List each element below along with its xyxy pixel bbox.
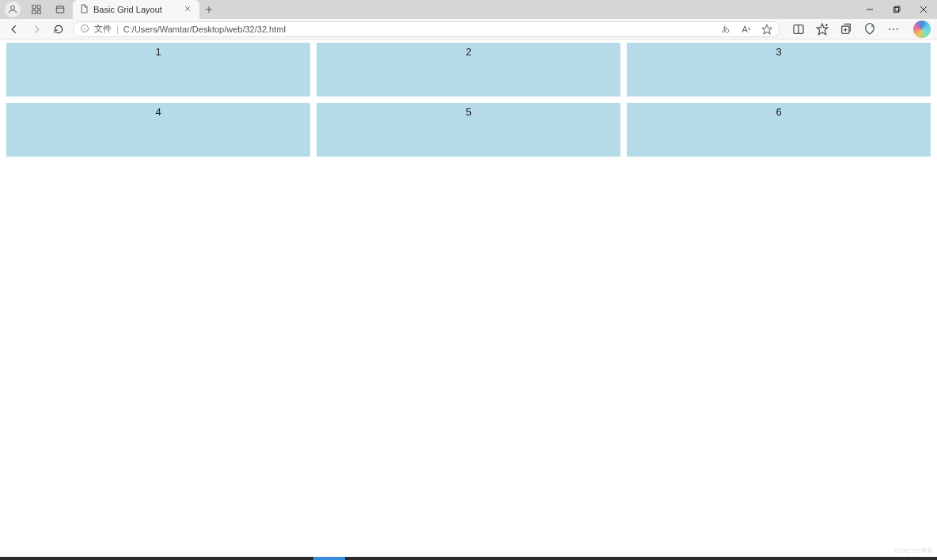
svg-rect-4	[37, 10, 40, 13]
grid-cell: 6	[627, 103, 931, 157]
read-aloud-icon[interactable]: あ	[719, 23, 732, 36]
svg-point-31	[897, 28, 898, 30]
grid-container: 1 2 3 4 5 6	[6, 43, 931, 157]
collections-icon[interactable]	[839, 22, 853, 36]
svg-marker-19	[762, 25, 772, 34]
close-window-button[interactable]	[910, 0, 937, 19]
grid-cell: 3	[627, 43, 931, 96]
favorite-star-icon[interactable]	[761, 23, 773, 36]
address-separator: |	[116, 25, 119, 34]
new-tab-button[interactable]	[199, 0, 218, 19]
address-right-controls: あ A»	[719, 23, 773, 36]
browser-essentials-icon[interactable]	[863, 22, 877, 36]
split-screen-icon[interactable]	[791, 22, 806, 36]
tab-actions-icon[interactable]	[52, 2, 68, 17]
text-size-icon[interactable]: A»	[740, 23, 753, 36]
refresh-button[interactable]	[51, 21, 66, 37]
grid-cell: 2	[317, 43, 620, 96]
close-tab-button[interactable]	[182, 4, 193, 15]
minimize-button[interactable]	[856, 0, 883, 19]
address-file-label: 文件	[94, 23, 112, 35]
page-content: 1 2 3 4 5 6	[0, 40, 937, 160]
toolbar-right-icons	[787, 21, 931, 38]
profile-icon[interactable]	[5, 2, 21, 17]
address-url: C:/Users/Wamtar/Desktop/web/32/32.html	[123, 25, 286, 34]
back-button[interactable]	[6, 21, 22, 37]
window-controls	[856, 0, 937, 19]
svg-point-29	[889, 28, 890, 30]
svg-rect-1	[32, 6, 36, 9]
favorites-icon[interactable]	[815, 22, 829, 36]
site-info-icon[interactable]	[80, 24, 89, 35]
grid-cell: 5	[317, 103, 620, 157]
maximize-button[interactable]	[883, 0, 910, 19]
address-bar[interactable]: 文件 | C:/Users/Wamtar/Desktop/web/32/32.h…	[73, 21, 780, 37]
svg-rect-2	[37, 6, 40, 9]
svg-rect-13	[895, 6, 900, 11]
svg-point-30	[893, 28, 894, 30]
copilot-icon[interactable]	[913, 21, 931, 38]
workspaces-icon[interactable]	[28, 2, 44, 17]
browser-tab[interactable]: Basic Grid Layout	[73, 0, 199, 19]
titlebar: Basic Grid Layout	[0, 0, 937, 19]
svg-marker-22	[817, 24, 827, 34]
svg-point-0	[11, 6, 15, 9]
toolbar: 文件 | C:/Users/Wamtar/Desktop/web/32/32.h…	[0, 19, 937, 40]
forward-button[interactable]	[28, 21, 44, 37]
grid-cell: 1	[6, 43, 310, 96]
svg-rect-3	[32, 10, 36, 13]
tab-title: Basic Grid Layout	[93, 5, 177, 14]
taskbar-accent	[313, 557, 345, 560]
svg-point-28	[871, 25, 874, 27]
titlebar-left	[0, 0, 68, 19]
document-icon	[79, 4, 89, 15]
svg-rect-12	[894, 8, 899, 13]
watermark: ©SICTO博客	[894, 547, 934, 555]
grid-cell: 4	[6, 103, 310, 157]
svg-rect-5	[56, 6, 63, 13]
taskbar	[0, 557, 937, 560]
more-menu-icon[interactable]	[886, 22, 901, 36]
